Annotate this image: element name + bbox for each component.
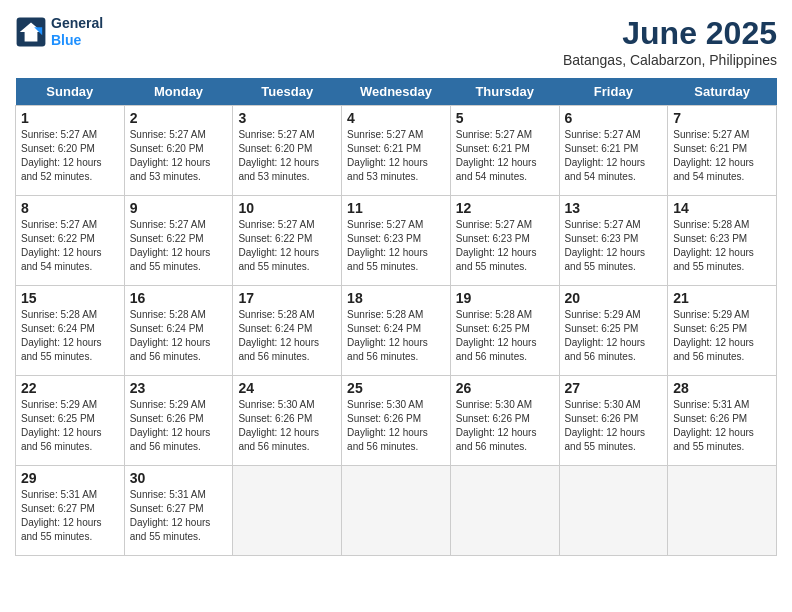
header-friday: Friday (559, 78, 668, 106)
week-row-4: 22Sunrise: 5:29 AMSunset: 6:25 PMDayligh… (16, 376, 777, 466)
day-cell: 2Sunrise: 5:27 AMSunset: 6:20 PMDaylight… (124, 106, 233, 196)
day-cell (342, 466, 451, 556)
header-sunday: Sunday (16, 78, 125, 106)
day-cell: 10Sunrise: 5:27 AMSunset: 6:22 PMDayligh… (233, 196, 342, 286)
cell-info: Sunrise: 5:29 AMSunset: 6:26 PMDaylight:… (130, 398, 228, 454)
day-number: 6 (565, 110, 663, 126)
calendar-subtitle: Batangas, Calabarzon, Philippines (563, 52, 777, 68)
day-number: 12 (456, 200, 554, 216)
logo-line1: General (51, 15, 103, 32)
header-saturday: Saturday (668, 78, 777, 106)
day-cell (559, 466, 668, 556)
day-number: 1 (21, 110, 119, 126)
day-number: 2 (130, 110, 228, 126)
day-cell: 27Sunrise: 5:30 AMSunset: 6:26 PMDayligh… (559, 376, 668, 466)
cell-info: Sunrise: 5:27 AMSunset: 6:21 PMDaylight:… (347, 128, 445, 184)
day-cell: 18Sunrise: 5:28 AMSunset: 6:24 PMDayligh… (342, 286, 451, 376)
cell-info: Sunrise: 5:27 AMSunset: 6:20 PMDaylight:… (238, 128, 336, 184)
day-cell: 3Sunrise: 5:27 AMSunset: 6:20 PMDaylight… (233, 106, 342, 196)
cell-info: Sunrise: 5:27 AMSunset: 6:21 PMDaylight:… (565, 128, 663, 184)
day-number: 23 (130, 380, 228, 396)
cell-info: Sunrise: 5:27 AMSunset: 6:23 PMDaylight:… (565, 218, 663, 274)
header-thursday: Thursday (450, 78, 559, 106)
day-number: 20 (565, 290, 663, 306)
cell-info: Sunrise: 5:31 AMSunset: 6:26 PMDaylight:… (673, 398, 771, 454)
day-cell: 26Sunrise: 5:30 AMSunset: 6:26 PMDayligh… (450, 376, 559, 466)
day-cell: 25Sunrise: 5:30 AMSunset: 6:26 PMDayligh… (342, 376, 451, 466)
day-cell: 1Sunrise: 5:27 AMSunset: 6:20 PMDaylight… (16, 106, 125, 196)
cell-info: Sunrise: 5:27 AMSunset: 6:22 PMDaylight:… (130, 218, 228, 274)
day-cell: 9Sunrise: 5:27 AMSunset: 6:22 PMDaylight… (124, 196, 233, 286)
day-cell (668, 466, 777, 556)
day-cell: 28Sunrise: 5:31 AMSunset: 6:26 PMDayligh… (668, 376, 777, 466)
day-cell (450, 466, 559, 556)
cell-info: Sunrise: 5:29 AMSunset: 6:25 PMDaylight:… (673, 308, 771, 364)
page-header: General Blue June 2025 Batangas, Calabar… (15, 15, 777, 68)
cell-info: Sunrise: 5:28 AMSunset: 6:24 PMDaylight:… (238, 308, 336, 364)
day-number: 10 (238, 200, 336, 216)
cell-info: Sunrise: 5:30 AMSunset: 6:26 PMDaylight:… (456, 398, 554, 454)
day-number: 25 (347, 380, 445, 396)
cell-info: Sunrise: 5:31 AMSunset: 6:27 PMDaylight:… (130, 488, 228, 544)
day-cell: 21Sunrise: 5:29 AMSunset: 6:25 PMDayligh… (668, 286, 777, 376)
day-cell: 29Sunrise: 5:31 AMSunset: 6:27 PMDayligh… (16, 466, 125, 556)
week-row-2: 8Sunrise: 5:27 AMSunset: 6:22 PMDaylight… (16, 196, 777, 286)
day-cell: 16Sunrise: 5:28 AMSunset: 6:24 PMDayligh… (124, 286, 233, 376)
cell-info: Sunrise: 5:27 AMSunset: 6:23 PMDaylight:… (456, 218, 554, 274)
cell-info: Sunrise: 5:27 AMSunset: 6:21 PMDaylight:… (673, 128, 771, 184)
day-cell: 4Sunrise: 5:27 AMSunset: 6:21 PMDaylight… (342, 106, 451, 196)
cell-info: Sunrise: 5:30 AMSunset: 6:26 PMDaylight:… (347, 398, 445, 454)
cell-info: Sunrise: 5:31 AMSunset: 6:27 PMDaylight:… (21, 488, 119, 544)
day-number: 21 (673, 290, 771, 306)
cell-info: Sunrise: 5:27 AMSunset: 6:22 PMDaylight:… (21, 218, 119, 274)
day-cell: 7Sunrise: 5:27 AMSunset: 6:21 PMDaylight… (668, 106, 777, 196)
day-number: 7 (673, 110, 771, 126)
day-cell: 6Sunrise: 5:27 AMSunset: 6:21 PMDaylight… (559, 106, 668, 196)
day-cell: 30Sunrise: 5:31 AMSunset: 6:27 PMDayligh… (124, 466, 233, 556)
day-cell: 19Sunrise: 5:28 AMSunset: 6:25 PMDayligh… (450, 286, 559, 376)
cell-info: Sunrise: 5:28 AMSunset: 6:23 PMDaylight:… (673, 218, 771, 274)
day-cell: 22Sunrise: 5:29 AMSunset: 6:25 PMDayligh… (16, 376, 125, 466)
days-header-row: Sunday Monday Tuesday Wednesday Thursday… (16, 78, 777, 106)
day-number: 9 (130, 200, 228, 216)
calendar-table: Sunday Monday Tuesday Wednesday Thursday… (15, 78, 777, 556)
day-number: 26 (456, 380, 554, 396)
logo-line2: Blue (51, 32, 103, 49)
cell-info: Sunrise: 5:30 AMSunset: 6:26 PMDaylight:… (238, 398, 336, 454)
day-number: 17 (238, 290, 336, 306)
day-cell: 17Sunrise: 5:28 AMSunset: 6:24 PMDayligh… (233, 286, 342, 376)
week-row-5: 29Sunrise: 5:31 AMSunset: 6:27 PMDayligh… (16, 466, 777, 556)
day-cell: 13Sunrise: 5:27 AMSunset: 6:23 PMDayligh… (559, 196, 668, 286)
day-number: 29 (21, 470, 119, 486)
title-section: June 2025 Batangas, Calabarzon, Philippi… (563, 15, 777, 68)
logo-icon (15, 16, 47, 48)
cell-info: Sunrise: 5:30 AMSunset: 6:26 PMDaylight:… (565, 398, 663, 454)
day-cell: 23Sunrise: 5:29 AMSunset: 6:26 PMDayligh… (124, 376, 233, 466)
cell-info: Sunrise: 5:27 AMSunset: 6:22 PMDaylight:… (238, 218, 336, 274)
cell-info: Sunrise: 5:28 AMSunset: 6:24 PMDaylight:… (347, 308, 445, 364)
header-tuesday: Tuesday (233, 78, 342, 106)
day-number: 18 (347, 290, 445, 306)
cell-info: Sunrise: 5:28 AMSunset: 6:24 PMDaylight:… (130, 308, 228, 364)
day-cell: 15Sunrise: 5:28 AMSunset: 6:24 PMDayligh… (16, 286, 125, 376)
cell-info: Sunrise: 5:27 AMSunset: 6:20 PMDaylight:… (130, 128, 228, 184)
day-number: 15 (21, 290, 119, 306)
cell-info: Sunrise: 5:27 AMSunset: 6:23 PMDaylight:… (347, 218, 445, 274)
day-cell: 11Sunrise: 5:27 AMSunset: 6:23 PMDayligh… (342, 196, 451, 286)
cell-info: Sunrise: 5:27 AMSunset: 6:20 PMDaylight:… (21, 128, 119, 184)
header-monday: Monday (124, 78, 233, 106)
cell-info: Sunrise: 5:27 AMSunset: 6:21 PMDaylight:… (456, 128, 554, 184)
day-number: 13 (565, 200, 663, 216)
day-number: 14 (673, 200, 771, 216)
day-cell: 14Sunrise: 5:28 AMSunset: 6:23 PMDayligh… (668, 196, 777, 286)
day-number: 5 (456, 110, 554, 126)
day-cell: 8Sunrise: 5:27 AMSunset: 6:22 PMDaylight… (16, 196, 125, 286)
week-row-1: 1Sunrise: 5:27 AMSunset: 6:20 PMDaylight… (16, 106, 777, 196)
day-number: 19 (456, 290, 554, 306)
day-cell: 20Sunrise: 5:29 AMSunset: 6:25 PMDayligh… (559, 286, 668, 376)
logo: General Blue (15, 15, 103, 49)
day-number: 11 (347, 200, 445, 216)
day-number: 3 (238, 110, 336, 126)
cell-info: Sunrise: 5:28 AMSunset: 6:24 PMDaylight:… (21, 308, 119, 364)
day-number: 4 (347, 110, 445, 126)
